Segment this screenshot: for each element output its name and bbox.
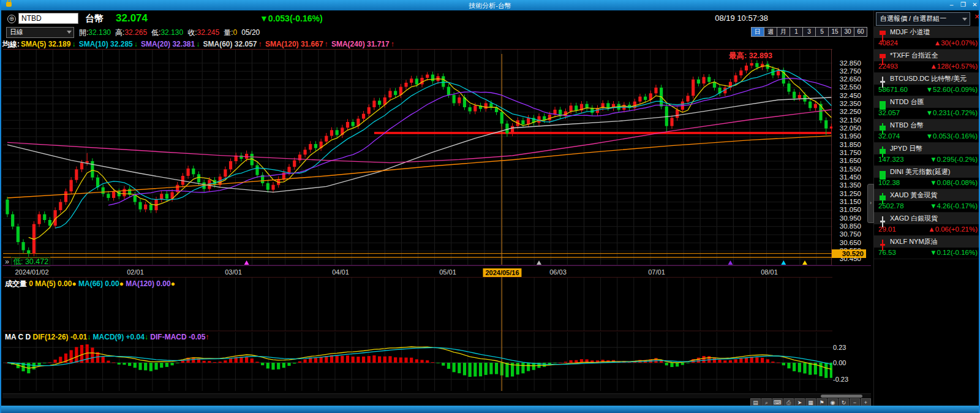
period-select[interactable]: 日線 — [6, 27, 74, 38]
instrument-name: XAUD 黃金現貨 — [874, 189, 980, 201]
sma-legend-item: SMA(10) 32.285 — [79, 40, 133, 48]
trend-arrow-icon: ↓ — [87, 333, 92, 341]
instrument-name: NTDD 台匯 — [874, 96, 980, 108]
date-axis-label: 06/03 — [549, 268, 567, 276]
instrument-name: NTBD 台幣 — [874, 119, 980, 131]
instrument-name: DINI 美元指數(延遲) — [874, 166, 980, 178]
watchlist-item[interactable]: BTCUSD.DC 比特幣/美元58671.60▼52.60(-0.09%) — [874, 73, 980, 96]
instrument-name: 台幣 — [85, 13, 104, 25]
watchlist-sidebar: 自選報價 / 自選群組一 ✕ MDJF 小道瓊40824▲30(+0.07%)*… — [873, 10, 980, 406]
trend-arrow-icon: ↓ — [196, 40, 202, 48]
instrument-price: 32.074 — [878, 132, 900, 140]
ohlc-row: 日線 開:32.130高:32.265低:32.130收:32.245量:005… — [2, 27, 872, 39]
watchlist-item[interactable]: JPYD 日幣147.323▼0.295(-0.2%) — [874, 143, 980, 166]
instrument-change: ▼0.295(-0.2%) — [930, 156, 978, 163]
timeframe-button-月[interactable]: 月 — [777, 27, 790, 37]
price-axis-label: 31.950 — [832, 132, 861, 140]
instrument-price: 102.38 — [878, 179, 900, 186]
timeframe-button-60[interactable]: 60 — [854, 27, 867, 37]
sidebar-close-icon[interactable]: ✕ — [973, 13, 980, 20]
instrument-price: 32.057 — [878, 109, 900, 116]
symbol-input[interactable] — [18, 13, 78, 24]
price-axis-label: 32.750 — [832, 67, 861, 75]
volume-ma-item: MA(66) 0.00 — [78, 279, 119, 288]
main-price-chart[interactable] — [3, 49, 832, 266]
sma-legend-prefix: 均線: — [2, 40, 20, 48]
sma-legend-item: SMA(240) 31.717 — [331, 40, 390, 48]
instrument-price: 58671.60 — [878, 86, 908, 93]
price-axis-label: 31.650 — [832, 157, 861, 164]
minimize-button[interactable]: – — [946, 1, 957, 9]
timeframe-button-30[interactable]: 30 — [841, 27, 854, 37]
date-axis-label: 08/01 — [761, 268, 778, 276]
price-axis-label: 31.150 — [832, 198, 861, 205]
price-axis-label: 31.550 — [832, 165, 861, 173]
instrument-change: ▼0.08(-0.08%) — [930, 179, 978, 186]
instrument-price: 40824 — [878, 39, 898, 47]
macd-axis-label: 0.00 — [833, 359, 860, 366]
price-axis-label: 30.750 — [832, 230, 861, 238]
instrument-price: 22493 — [878, 63, 898, 70]
trend-arrow-icon: ↑ — [391, 40, 394, 48]
price-axis-label: 31.450 — [832, 173, 861, 181]
instrument-change: ▼0.12(-0.16%) — [930, 249, 978, 256]
period-select-value: 日線 — [10, 28, 23, 36]
title-bar: 技術分析-台幣 – ❐ ✕ — [1, 0, 979, 10]
watchlist-item[interactable]: DINI 美元指數(延遲)102.38▼0.08(-0.08%) — [874, 166, 980, 189]
instrument-price: 147.323 — [878, 156, 904, 163]
trend-arrow-icon: ↑ — [205, 333, 209, 341]
ohlc-field: 收:32.245 — [187, 28, 219, 38]
volume-header: 成交量 0 MA(5) 0.00● MA(66) 0.00● MA(120) 0… — [5, 279, 175, 289]
price-axis-label: 32.050 — [832, 124, 861, 132]
date-axis-label: 2024/01/02 — [15, 268, 48, 276]
price-axis-tag: 30.520 — [832, 249, 866, 258]
instrument-name: MDJF 小道瓊 — [874, 26, 980, 38]
timeframe-button-1[interactable]: 1 — [790, 27, 803, 37]
watchlist-item[interactable]: XAUD 黃金現貨2502.78▼4.26(-0.17%) — [874, 189, 980, 213]
timeframe-button-15[interactable]: 15 — [828, 27, 842, 37]
instrument-change: ▼0.231(-0.72%) — [926, 109, 978, 116]
timeframe-button-日[interactable]: 日 — [751, 27, 764, 37]
sidebar-collapse-handle[interactable]: › — [867, 184, 874, 223]
instrument-change: ▼0.053(-0.16%) — [926, 132, 978, 140]
macd-axis-label: -0.23 — [833, 376, 860, 383]
target-icon[interactable]: ⊕ — [7, 15, 16, 23]
instrument-change: ▼52.60(-0.09%) — [926, 86, 978, 93]
macd-header: MA C D DIF(12-26) -0.01↓ MACD(9) +0.04↓ … — [5, 333, 209, 341]
macd-axis-label: 0.23 — [833, 344, 860, 351]
watchlist-item[interactable]: MDJF 小道瓊40824▲30(+0.07%) — [874, 26, 980, 50]
price-axis-label: 30.850 — [832, 222, 861, 230]
date-axis-label: 04/01 — [332, 268, 349, 276]
watchlist-item[interactable]: NTDD 台匯32.057▼0.231(-0.72%) — [874, 96, 980, 119]
trend-arrow-icon: ↓ — [134, 40, 140, 48]
ohlc-field: 05/20 — [241, 28, 260, 37]
date-axis-label: 03/01 — [225, 268, 242, 276]
timeframe-button-3[interactable]: 3 — [802, 27, 816, 37]
watchlist-item[interactable]: XAGD 白銀現貨29.01▲0.06(+0.21%) — [874, 213, 980, 236]
ma-dot-icon: ● — [171, 279, 175, 288]
watchlist-group-select[interactable]: 自選報價 / 自選群組一 — [876, 12, 970, 26]
restore-button[interactable]: ❐ — [958, 1, 968, 9]
timeframe-button-5[interactable]: 5 — [815, 27, 829, 37]
ohlc-field: 量:0 — [224, 28, 237, 38]
ohlc-field: 低:32.130 — [151, 28, 183, 38]
price-axis-label: 32.850 — [832, 59, 861, 67]
price-axis-label: 32.450 — [832, 92, 861, 99]
instrument-price: 29.01 — [878, 225, 896, 233]
trend-arrow-icon: ↑ — [258, 40, 264, 48]
price-axis-label: 32.250 — [832, 108, 861, 115]
sma-legend: 均線:SMA(5) 32.189↓ SMA(10) 32.285↓ SMA(20… — [2, 39, 872, 49]
scrollbar-thumb[interactable] — [821, 395, 862, 398]
watchlist-item[interactable]: *TXFF 台指近全22493▲128(+0.57%) — [874, 50, 980, 73]
watchlist: MDJF 小道瓊40824▲30(+0.07%)*TXFF 台指近全22493▲… — [874, 26, 980, 259]
watchlist-item[interactable]: NXLF NYM原油76.53▼0.12(-0.16%) — [874, 236, 980, 259]
timeframe-button-週[interactable]: 週 — [764, 27, 777, 37]
ma-dot-icon: ● — [72, 279, 78, 288]
chevrons-icon[interactable]: » — [5, 257, 9, 266]
date-axis: 2024/01/0202/0103/0104/0105/012024/05/16… — [2, 265, 871, 278]
instrument-change: ▲30(+0.07%) — [934, 39, 978, 47]
watchlist-item[interactable]: NTBD 台幣32.074▼0.053(-0.16%) — [874, 119, 980, 143]
window-title: 技術分析-台幣 — [1, 1, 979, 10]
horizontal-scrollbar[interactable] — [2, 393, 871, 398]
close-button[interactable]: ✕ — [970, 1, 980, 9]
